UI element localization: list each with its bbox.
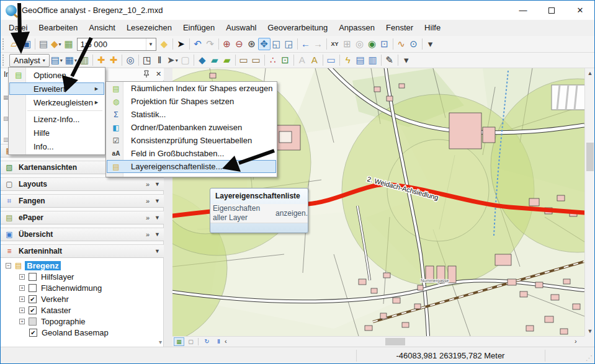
layers-green-icon[interactable]: ▰: [221, 54, 233, 66]
zoom-out-icon[interactable]: ⊖: [233, 38, 246, 50]
refresh-button[interactable]: ↻: [202, 337, 212, 346]
menu-ansicht[interactable]: Ansicht: [83, 20, 121, 36]
lens-icon[interactable]: ◎: [354, 38, 366, 50]
chevron-down-icon[interactable]: ▼: [154, 181, 160, 187]
tree-layer-fl-chenwidmung[interactable]: +Flächenwidmung: [19, 282, 102, 293]
expand-icon[interactable]: +: [19, 319, 25, 324]
chevron-double-icon[interactable]: »: [146, 197, 150, 205]
expand-icon[interactable]: +: [19, 308, 25, 313]
sidebar-panel-übersicht[interactable]: ▣Übersicht»▼: [1, 228, 164, 241]
chevron-down-icon[interactable]: ▼: [154, 248, 160, 254]
chevron-down-icon[interactable]: ▼: [154, 198, 160, 204]
layer-checkbox[interactable]: [29, 284, 37, 292]
menu-item-optionen---[interactable]: ▤Optionen...: [10, 69, 104, 81]
close-button[interactable]: ✕: [566, 1, 594, 20]
menu-item-hilfe[interactable]: Hilfe: [10, 127, 104, 139]
layout-view-button[interactable]: ▢: [186, 337, 196, 346]
open-table-icon[interactable]: ▥: [78, 54, 91, 66]
zoom-in-icon[interactable]: ⊕: [221, 38, 233, 50]
tree-layer-verkehr[interactable]: +✔Verkehr: [19, 293, 69, 304]
html-popup-icon[interactable]: ▥: [367, 54, 379, 66]
sidebar-panel-layouts[interactable]: ▢Layouts»▼: [1, 177, 164, 191]
layer-checkbox[interactable]: [29, 273, 37, 281]
merge-tool-icon[interactable]: ✚: [107, 54, 120, 66]
pause-drawing-button[interactable]: ‖: [213, 337, 224, 346]
menu-anpassen[interactable]: Anpassen: [333, 20, 380, 36]
measure-area-icon[interactable]: ▭: [250, 54, 262, 66]
select-cursor-icon[interactable]: ➤: [175, 38, 187, 50]
edit-vertices-icon[interactable]: ∴: [267, 54, 279, 66]
layer-checkbox[interactable]: ✔: [29, 295, 37, 303]
menu-bearbeiten[interactable]: Bearbeiten: [33, 20, 83, 36]
label-layer-icon[interactable]: A: [308, 54, 321, 66]
back-extent-icon[interactable]: ←: [300, 38, 312, 50]
menu-item-info---[interactable]: Info...: [10, 140, 104, 153]
identify-results-icon[interactable]: ▤▾: [50, 54, 64, 66]
minimize-button[interactable]: —: [509, 1, 537, 20]
submenu-item-projektion-f-r-shapes-setzen[interactable]: ◍Projektion für Shapes setzen: [107, 95, 275, 108]
go-to-xy-icon[interactable]: XY: [329, 38, 341, 50]
map-horizontal-scrollbar[interactable]: ▦ ▢ ↻ ‖ ‹ ›: [172, 336, 584, 346]
scroll-left-icon[interactable]: ‹: [225, 337, 227, 345]
toolbar-grip[interactable]: [2, 55, 6, 66]
menu-item-lizenz-info---[interactable]: Lizenz-Info...: [10, 113, 104, 125]
menu-lesezeichen[interactable]: Lesezeichen: [121, 20, 177, 36]
tree-layer-hilfslayer[interactable]: +Hilfslayer: [19, 271, 74, 282]
vertical-scroll-thumb[interactable]: [586, 143, 594, 171]
search-binoculars-icon[interactable]: ◎: [124, 54, 136, 66]
submenu-item-r-umlichen-index-f-r-shapes-erzeugen[interactable]: ▤Räumlichen Index für Shapes erzeugen: [107, 82, 275, 95]
submenu-item-statistik---[interactable]: ΣStatistik...: [107, 108, 275, 121]
scroll-right-icon[interactable]: ›: [575, 337, 577, 345]
forward-extent-icon[interactable]: →: [312, 38, 324, 50]
route-icon[interactable]: ∿: [395, 38, 408, 50]
flash-icon[interactable]: ϟ: [342, 54, 354, 66]
fixed-zoom-in-icon[interactable]: ◱: [271, 38, 283, 50]
redo-icon[interactable]: ↷: [204, 38, 217, 50]
toolbar-overflow-icon[interactable]: ▾: [424, 38, 437, 50]
menu-item-werkzeugleisten[interactable]: Werkzeugleisten►: [10, 96, 104, 109]
layer-checkbox[interactable]: ✔: [29, 306, 37, 314]
scale-combo[interactable]: 1:6 000 ▼: [77, 38, 156, 51]
chevron-double-icon[interactable]: »: [146, 231, 150, 238]
submenu-item-layereigenschaftenliste---[interactable]: ▤Layereigenschaftenliste...: [107, 160, 276, 173]
undo-icon[interactable]: ↶: [192, 38, 204, 50]
geoprocessing-icon[interactable]: ◆: [196, 54, 208, 66]
identify-xy-icon[interactable]: ⊙: [408, 38, 420, 50]
save-icon[interactable]: ▣: [20, 38, 33, 50]
expand-icon[interactable]: +: [19, 296, 25, 302]
select-features-icon[interactable]: ➤▾: [166, 54, 179, 66]
tree-layer-topographie[interactable]: +Topographie: [19, 316, 86, 327]
menu-hilfe[interactable]: Hilfe: [419, 20, 446, 36]
sketch-icon[interactable]: ✎: [383, 54, 396, 66]
layer-checkbox[interactable]: [29, 317, 37, 326]
scroll-up-icon[interactable]: ▲: [585, 68, 595, 78]
chevron-double-icon[interactable]: »: [146, 180, 150, 188]
swipe-tool-icon[interactable]: ‖: [153, 54, 166, 66]
export-map-icon[interactable]: ⊡: [279, 54, 292, 66]
submenu-item-feld-in-gro-buchstaben---[interactable]: aAFeld in Großbuchstaben...: [107, 147, 275, 160]
expand-icon[interactable]: +: [19, 285, 25, 291]
pin-icon[interactable]: [141, 69, 151, 79]
scroll-down-icon[interactable]: ▼: [585, 326, 595, 336]
menu-geoverarbeitung[interactable]: Geoverarbeitung: [262, 20, 333, 36]
callout-icon[interactable]: ▭: [325, 54, 338, 66]
select-by-rectangle-icon[interactable]: ◳: [141, 54, 153, 66]
close-icon[interactable]: ✕: [153, 69, 164, 79]
menu-item-erweitert[interactable]: Erweitert►: [9, 82, 104, 95]
maximize-button[interactable]: [537, 1, 566, 20]
measure-icon[interactable]: ▭: [238, 54, 250, 66]
print-icon[interactable]: ▤: [37, 38, 50, 50]
sidebar-panel-karteninhalt[interactable]: ≡Karteninhalt▼: [1, 244, 164, 258]
collapse-icon[interactable]: −: [6, 263, 11, 269]
analyst-menu-button[interactable]: Analyst ▾: [9, 54, 50, 67]
tree-scroll-down-icon[interactable]: ▾: [159, 339, 162, 345]
viewer-window-icon[interactable]: ⊡: [378, 38, 391, 50]
pan-icon[interactable]: ✥: [258, 38, 271, 50]
tree-layer-kataster[interactable]: +✔Kataster: [19, 304, 71, 316]
expand-icon[interactable]: +: [19, 274, 25, 280]
resize-grip[interactable]: ⋰: [586, 354, 593, 362]
chevron-down-icon[interactable]: ▼: [146, 38, 156, 50]
chevron-down-icon[interactable]: ▼: [154, 231, 160, 237]
sidebar-panel-epaper[interactable]: ▤ePaper»▼: [1, 211, 164, 224]
open-project-icon[interactable]: ▱: [8, 38, 20, 50]
